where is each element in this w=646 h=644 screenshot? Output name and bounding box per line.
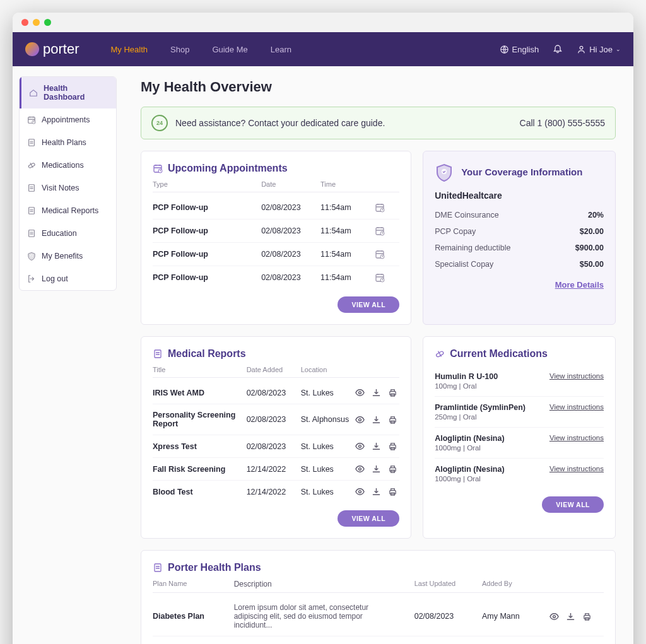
appointment-type: PCP Follow-up <box>153 250 261 259</box>
download-icon[interactable] <box>372 487 381 496</box>
upcoming-appointments-card: Upcoming Appointments Type Date Time PCP… <box>141 151 411 325</box>
pill-icon <box>435 349 445 359</box>
sidebar-item-medications[interactable]: Medications <box>20 154 116 177</box>
top-nav-bar: porter My Health Shop Guide Me Learn Eng… <box>13 32 633 66</box>
add-to-calendar-icon[interactable] <box>375 226 385 236</box>
view-all-reports-button[interactable]: VIEW ALL <box>338 510 399 527</box>
appointment-time: 11:54am <box>320 203 375 212</box>
coverage-label: Specialist Copay <box>435 260 493 269</box>
sidebar-item-my-benefits[interactable]: My Benefits <box>20 245 116 267</box>
language-switcher[interactable]: English <box>500 45 539 54</box>
view-instructions-link[interactable]: View instructions <box>549 372 604 380</box>
doc-icon <box>153 563 163 573</box>
appointment-row: PCP Follow-up 02/08/2023 11:54am <box>153 220 399 243</box>
report-date: 02/08/2023 <box>247 442 301 451</box>
print-icon[interactable] <box>388 442 397 451</box>
main-content: My Health Overview 24 Need assistance? C… <box>123 66 633 644</box>
report-date: 02/08/2023 <box>247 389 301 397</box>
print-icon[interactable] <box>388 388 397 397</box>
doc-icon <box>27 138 36 147</box>
download-icon[interactable] <box>566 612 575 621</box>
nav-guide-me[interactable]: Guide Me <box>212 45 247 54</box>
sidebar-menu: Health Dashboard Appointments Health Pla… <box>19 76 117 291</box>
report-location: St. Lukes <box>301 488 355 496</box>
doc-icon <box>27 184 36 192</box>
nav-learn[interactable]: Learn <box>271 45 291 54</box>
coverage-value: $20.00 <box>580 227 604 236</box>
add-to-calendar-icon[interactable] <box>375 249 385 259</box>
maximize-dot[interactable] <box>44 19 51 26</box>
view-icon[interactable] <box>549 612 559 621</box>
download-icon[interactable] <box>372 388 381 397</box>
add-to-calendar-icon[interactable] <box>375 202 385 213</box>
banner-text: Need assistance? Contact your dedicated … <box>175 118 385 128</box>
download-icon[interactable] <box>372 442 381 451</box>
sidebar-item-logout[interactable]: Log out <box>20 267 116 290</box>
row-reports-medications: Medical Reports Title Date Added Locatio… <box>141 336 616 539</box>
download-icon[interactable] <box>372 464 381 474</box>
coverage-row: Remaining deductible $900.00 <box>435 240 604 256</box>
print-icon[interactable] <box>388 487 397 496</box>
print-icon[interactable] <box>582 612 592 621</box>
plan-updated: 02/08/2023 <box>414 612 482 621</box>
home-icon <box>29 88 38 97</box>
table-header: Type Date Time <box>153 180 399 192</box>
notifications-button[interactable] <box>553 44 563 54</box>
medication-name: Humulin R U-100 <box>435 372 498 381</box>
sidebar-item-education[interactable]: Education <box>20 222 116 245</box>
nav-shop[interactable]: Shop <box>170 45 189 54</box>
view-icon[interactable] <box>355 442 365 451</box>
current-medications-card: Current Medications Humulin R U-100 100m… <box>423 336 616 539</box>
appointment-time: 11:54am <box>320 226 375 235</box>
logout-icon <box>27 274 36 283</box>
medication-dose: 1000mg | Oral <box>435 444 504 452</box>
card-title: Medical Reports <box>153 348 399 360</box>
print-icon[interactable] <box>388 464 397 474</box>
appointment-time: 11:54am <box>320 250 375 259</box>
add-to-calendar-icon[interactable] <box>375 272 385 283</box>
plan-added-by: Amy Mann <box>482 612 549 621</box>
user-menu[interactable]: Hi Joe ⌄ <box>577 45 621 54</box>
minimize-dot[interactable] <box>33 19 40 26</box>
coverage-label: Remaining deductible <box>435 243 510 252</box>
globe-icon <box>500 45 509 54</box>
sidebar-item-health-dashboard[interactable]: Health Dashboard <box>20 77 116 108</box>
view-instructions-link[interactable]: View instructions <box>549 434 604 442</box>
bell-icon <box>553 44 563 54</box>
print-icon[interactable] <box>388 415 397 424</box>
sidebar-item-appointments[interactable]: Appointments <box>20 108 116 131</box>
view-icon[interactable] <box>355 388 365 397</box>
appointment-date: 02/08/2023 <box>261 203 320 212</box>
report-row: Xpress Test 02/08/2023 St. Lukes <box>153 435 399 458</box>
calendar-icon <box>153 163 163 173</box>
report-date: 12/14/2022 <box>247 465 301 474</box>
sidebar-item-medical-reports[interactable]: Medical Reports <box>20 199 116 222</box>
download-icon[interactable] <box>372 415 381 424</box>
view-instructions-link[interactable]: View instructions <box>549 465 604 472</box>
shield-icon <box>27 252 36 261</box>
nav-my-health[interactable]: My Health <box>110 45 148 54</box>
view-icon[interactable] <box>355 464 365 474</box>
coverage-label: DME Coinsurance <box>435 211 498 220</box>
pill-icon <box>27 161 36 170</box>
view-all-appointments-button[interactable]: VIEW ALL <box>338 296 399 313</box>
report-location: St. Lukes <box>301 389 355 397</box>
medication-row: Alogliptin (Nesina) 1000mg | Oral View i… <box>435 428 604 459</box>
sidebar-item-visit-notes[interactable]: Visit Notes <box>20 177 116 199</box>
report-location: St. Lukes <box>301 465 355 474</box>
shield-icon <box>435 163 454 182</box>
sidebar-item-health-plans[interactable]: Health Plans <box>20 131 116 154</box>
sidebar: Health Dashboard Appointments Health Pla… <box>13 66 123 644</box>
appointment-date: 02/08/2023 <box>261 273 320 282</box>
view-icon[interactable] <box>355 487 365 496</box>
brand-logo[interactable]: porter <box>25 41 79 57</box>
view-instructions-link[interactable]: View instructions <box>549 403 604 411</box>
close-dot[interactable] <box>21 19 28 26</box>
plan-row: Diabetes Plan Lorem ipsum dolor sit amet… <box>153 636 604 644</box>
coverage-row: PCP Copay $20.00 <box>435 223 604 240</box>
view-icon[interactable] <box>355 415 365 424</box>
more-details-link[interactable]: More Details <box>435 280 604 290</box>
view-all-medications-button[interactable]: VIEW ALL <box>542 496 604 513</box>
report-date: 12/14/2022 <box>247 488 301 496</box>
plan-name: Diabetes Plan <box>153 612 234 621</box>
